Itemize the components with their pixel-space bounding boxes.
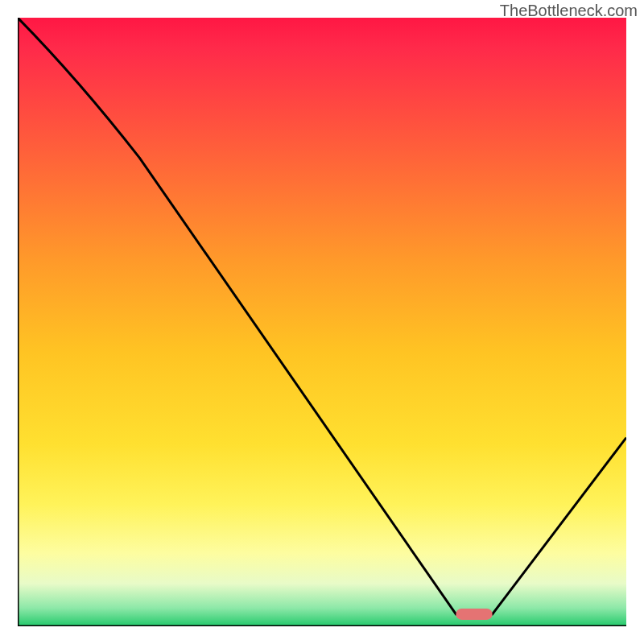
optimal-marker <box>456 609 492 620</box>
chart-svg <box>18 18 626 626</box>
watermark-text: TheBottleneck.com <box>500 2 638 20</box>
bottleneck-chart <box>18 18 626 626</box>
gradient-background <box>18 18 626 626</box>
